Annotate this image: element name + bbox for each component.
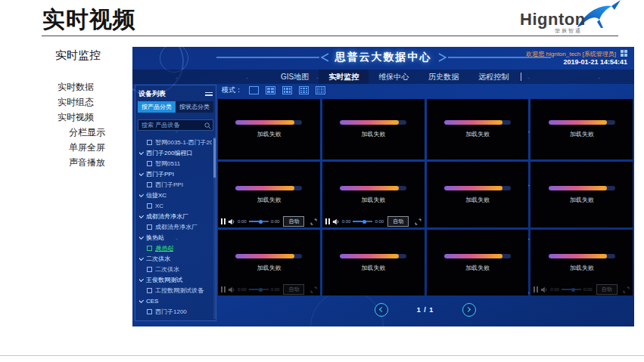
device-group[interactable]: 信捷XC (139, 190, 212, 200)
volume-slider[interactable] (249, 289, 269, 290)
loading-bar (444, 186, 511, 190)
page-indicator: 1 / 1 (417, 306, 434, 314)
fullscreen-icon[interactable] (310, 218, 317, 225)
device-group[interactable]: 王俊数网测试 (139, 274, 212, 285)
video-cell[interactable]: 加载失败 (322, 230, 425, 295)
nav-tab-0[interactable]: GIS地图 (271, 70, 319, 84)
device-group[interactable]: 成都清舟净水厂 (139, 211, 212, 221)
load-status-text: 加载失败 (257, 196, 281, 204)
auto-mode-button[interactable]: 自动 (283, 284, 304, 295)
sidebar-item[interactable]: 分栏显示 (58, 125, 105, 140)
device-group[interactable]: CES (139, 295, 212, 306)
device-panel-tabs: 按产品分类按状态分类 (138, 101, 213, 113)
load-status-text: 加载失败 (257, 130, 281, 138)
device-category-tab-0[interactable]: 按产品分类 (138, 101, 176, 113)
nav-tab-4[interactable]: 远程控制 (468, 70, 518, 84)
sidebar-item[interactable]: 实时组态 (58, 94, 105, 110)
fullscreen-icon[interactable] (415, 218, 422, 225)
speaker-icon[interactable] (228, 218, 235, 225)
chevron-left-icon[interactable] (375, 303, 388, 317)
device-group[interactable]: 二次供水 (139, 253, 212, 264)
chevron-right-icon[interactable] (462, 303, 476, 317)
device-item[interactable]: 智网0035-1-西门子200 (139, 137, 212, 147)
nav-tab-2[interactable]: 维保中心 (369, 70, 418, 84)
volume-slider[interactable] (249, 221, 269, 222)
auto-mode-button[interactable]: 自动 (283, 216, 304, 227)
device-item[interactable]: 工控数网测试设备 (139, 285, 212, 295)
video-cell[interactable]: 加载失败 0:00 0:00 自动 (218, 230, 320, 295)
device-icon (147, 267, 152, 272)
video-cell[interactable]: 加载失败 (530, 99, 633, 159)
fullscreen-icon[interactable] (623, 286, 630, 293)
chevron-down-icon (139, 297, 144, 302)
nav-tab-3[interactable]: 历史数据 (418, 70, 468, 84)
chevron-down-icon (139, 191, 144, 196)
layout-16-icon[interactable] (316, 86, 325, 94)
chevron-down-icon (139, 212, 144, 218)
device-item[interactable]: 西门子PPI (139, 179, 212, 190)
auto-mode-button[interactable]: 自动 (596, 284, 618, 295)
device-label: 西门子1200 (155, 308, 187, 316)
app-title: 思普云大数据中心 (335, 51, 432, 64)
sidebar-item[interactable]: 实时数据 (58, 79, 105, 94)
video-cell[interactable]: 加载失败 (322, 99, 425, 159)
grid-menu-icon[interactable] (621, 50, 627, 57)
device-item[interactable]: 换热站 (139, 243, 212, 253)
device-group[interactable]: 西门子PPI (139, 169, 212, 179)
search-icon[interactable] (204, 119, 211, 132)
device-group[interactable]: 换热站 (139, 232, 212, 243)
device-icon (147, 309, 152, 314)
device-group[interactable]: 西门子200编程口 (139, 147, 212, 158)
video-cell[interactable]: 加载失败 (427, 99, 529, 159)
device-item[interactable]: 031 (139, 317, 212, 319)
video-cell[interactable]: 加载失败 (218, 99, 320, 159)
device-category-tab-1[interactable]: 按状态分类 (176, 101, 213, 113)
pause-icon[interactable] (221, 218, 226, 224)
layout-6-icon[interactable] (282, 86, 292, 94)
video-cell[interactable]: 加载失败 0:00 0:00 自动 (322, 162, 425, 227)
datetime-text: 2019-01-21 14:54:41 (563, 58, 627, 66)
brand-subtitle: 华辰智通 (555, 27, 582, 35)
sidebar-item[interactable]: 单屏全屏 (58, 140, 105, 155)
volume-slider[interactable] (562, 289, 581, 290)
video-cell[interactable]: 加载失败 0:00 0:00 自动 (530, 230, 633, 295)
nav-tab-1[interactable]: 实时监控 (319, 70, 369, 84)
speaker-icon[interactable] (540, 286, 548, 293)
device-item[interactable]: XC (139, 200, 212, 211)
volume-slider[interactable] (353, 221, 372, 222)
device-label: 031 (155, 319, 165, 320)
video-cell[interactable]: 加载失败 (530, 162, 633, 227)
fullscreen-icon[interactable] (310, 286, 317, 293)
device-item[interactable]: 西门子1200 (139, 306, 212, 317)
search-input[interactable] (138, 119, 213, 131)
time-total: 0:00 (271, 287, 280, 292)
load-status-text: 加载失败 (465, 264, 490, 272)
pause-icon[interactable] (221, 286, 226, 292)
device-icon (147, 182, 152, 187)
speaker-icon[interactable] (228, 286, 235, 293)
pause-icon[interactable] (534, 286, 538, 292)
pause-icon[interactable] (325, 218, 330, 224)
device-item[interactable]: 成都清舟净水厂 (139, 221, 212, 232)
page-title: 实时视频 (42, 5, 136, 36)
layout-4-icon[interactable] (266, 86, 275, 94)
device-item[interactable]: 智网0511 (139, 158, 212, 169)
speaker-icon[interactable] (332, 218, 340, 225)
sidebar-item[interactable]: 声音播放 (58, 155, 105, 170)
video-cell[interactable]: 加载失败 (427, 230, 529, 295)
auto-mode-button[interactable]: 自动 (387, 216, 409, 227)
video-cell[interactable]: 加载失败 (427, 162, 529, 227)
video-cell[interactable]: 加载失败 0:00 0:00 自动 (218, 162, 320, 227)
device-item[interactable]: 二次供水 (139, 264, 212, 274)
sidebar-item[interactable]: 实时视频 (58, 110, 105, 125)
device-label: 西门子PPI (155, 181, 183, 189)
scrollbar-thumb[interactable] (213, 138, 216, 178)
collapse-panel-icon[interactable] (205, 91, 213, 97)
tree-scrollbar[interactable] (213, 137, 216, 319)
device-label: XC (155, 203, 163, 209)
app-window: 思普云大数据中心 欢迎您 hignton_tech [系统管理员] 2019-0… (132, 47, 634, 326)
layout-1-icon[interactable] (249, 86, 259, 94)
device-icon (147, 203, 152, 209)
layout-9-icon[interactable] (299, 86, 309, 94)
device-label: 信捷XC (146, 191, 166, 200)
